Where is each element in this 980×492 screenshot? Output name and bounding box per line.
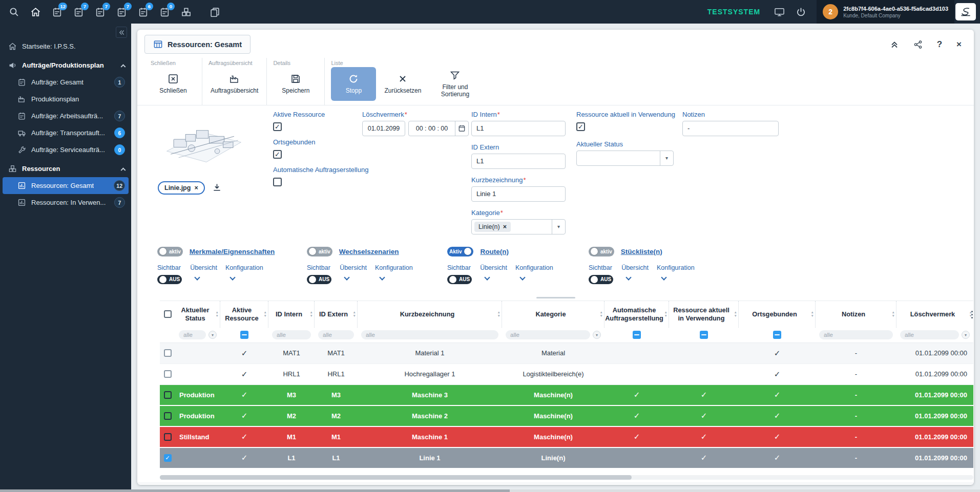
- sort-icon[interactable]: ▲▼: [734, 310, 737, 318]
- sidebar-item-produktionsplan[interactable]: Produktionsplan: [0, 91, 131, 108]
- column-header-ortsgebunden[interactable]: Ortsgebunden▲▼: [739, 301, 816, 328]
- table-row-m2[interactable]: Produktion ✓ M2 M2 Maschine 2 Maschine(n…: [160, 406, 973, 427]
- kategorie-multiselect[interactable]: Linie(n) × ▾: [471, 219, 566, 234]
- reset-button[interactable]: Zurücksetzen: [380, 67, 425, 101]
- filter-input-notizen[interactable]: [819, 330, 893, 339]
- table-row-m3[interactable]: Produktion ✓ M3 M3 Maschine 3 Maschine(n…: [160, 385, 973, 406]
- kurzbezeichnung-input[interactable]: [471, 186, 566, 202]
- column-header-id-intern[interactable]: ID Intern▲▼: [268, 301, 315, 328]
- chevron-down-icon[interactable]: [661, 274, 666, 280]
- section-link-wechselszenarien[interactable]: Wechselszenarien: [339, 248, 399, 255]
- sort-icon[interactable]: ▲▼: [216, 310, 219, 318]
- filter-input-id-intern[interactable]: [272, 330, 311, 339]
- id-extern-input[interactable]: [471, 154, 566, 169]
- sidebar-item-startseite[interactable]: Startseite: I.P.S.S.: [0, 38, 131, 55]
- filter-dropdown-icon[interactable]: ▾: [962, 331, 970, 339]
- sichtbar-toggle[interactable]: AUS: [589, 275, 613, 284]
- topbar-nav-icon-3[interactable]: 7: [93, 5, 107, 18]
- chevron-down-icon[interactable]: [230, 274, 235, 280]
- row-checkbox[interactable]: [164, 370, 172, 378]
- filter-checkbox-verwendung[interactable]: [700, 331, 708, 339]
- automatische-auftragserstellung-checkbox[interactable]: [273, 178, 282, 186]
- filter-input-id-extern[interactable]: [318, 330, 354, 339]
- panel-splitter-handle[interactable]: [536, 297, 575, 298]
- sichtbar-toggle[interactable]: AUS: [157, 275, 182, 284]
- section-link-stueckliste[interactable]: Stückliste(n): [621, 248, 662, 255]
- section-link-routen[interactable]: Route(n): [480, 248, 508, 255]
- column-header-verwendung[interactable]: Ressource aktuell in Verwendung▲▼: [669, 301, 739, 328]
- topbar-nav-icon-4[interactable]: 7: [115, 5, 128, 18]
- home-icon[interactable]: [29, 5, 42, 18]
- kategorie-chip[interactable]: Linie(n) ×: [474, 222, 511, 232]
- help-icon[interactable]: ?: [937, 40, 942, 49]
- scrollbar-thumb[interactable]: [0, 489, 510, 492]
- topbar-nav-icon-6[interactable]: 0: [158, 5, 171, 18]
- column-header-id-extern[interactable]: ID Extern▲▼: [315, 301, 358, 328]
- save-button[interactable]: Speichern: [273, 67, 318, 101]
- sidebar-group-auftraege[interactable]: Aufträge/Produktionsplan: [0, 57, 131, 74]
- filter-dropdown-icon[interactable]: ▾: [593, 331, 601, 339]
- auftragsuebersicht-button[interactable]: Auftragsübersicht: [208, 67, 260, 101]
- filter-checkbox-auto[interactable]: [633, 331, 641, 339]
- stop-refresh-button[interactable]: Stopp: [331, 67, 376, 101]
- ortsgebunden-checkbox[interactable]: ✓: [273, 150, 282, 159]
- sidebar-item-ressourcen-gesamt[interactable]: Ressourcen: Gesamt 12: [3, 177, 129, 194]
- sichtbar-toggle[interactable]: AUS: [307, 275, 331, 284]
- chevron-down-icon[interactable]: [625, 274, 631, 280]
- section-link-merkmale[interactable]: Merkmale/Eignenschaften: [190, 248, 275, 255]
- sidebar-collapse-button[interactable]: [116, 27, 127, 38]
- scrollbar-thumb[interactable]: [160, 475, 632, 480]
- sort-icon[interactable]: ▲▼: [600, 310, 603, 318]
- search-icon[interactable]: [7, 5, 20, 18]
- select-all-checkbox[interactable]: [164, 310, 172, 318]
- column-header-notizen[interactable]: Notizen▲▼: [816, 301, 896, 328]
- table-row-l1-selected[interactable]: ✓ ✓ L1 L1 Linie 1 Linie(n) ✓ ✓ - 01.01.2…: [160, 448, 973, 469]
- monitor-icon[interactable]: [773, 5, 786, 18]
- loeschvermerk-date-input[interactable]: 01.01.2099: [362, 121, 405, 136]
- windows-icon[interactable]: [208, 5, 221, 18]
- chevron-down-icon[interactable]: [484, 274, 490, 280]
- remove-file-icon[interactable]: ×: [194, 184, 198, 191]
- sort-icon[interactable]: ▲▼: [353, 310, 356, 318]
- sort-icon[interactable]: ▲▼: [892, 310, 895, 318]
- section-toggle[interactable]: Aktiv: [447, 247, 473, 256]
- table-row-m1[interactable]: Stillstand ✓ M1 M1 Maschine 1 Maschine(n…: [160, 427, 973, 448]
- sichtbar-toggle[interactable]: AUS: [447, 275, 472, 284]
- column-header-auto[interactable]: Automatische Auftragserstellung▲▼: [604, 301, 669, 328]
- chevron-down-icon[interactable]: [379, 274, 385, 280]
- sidebar-item-auftraege-gesamt[interactable]: Aufträge: Gesamt 1: [0, 74, 131, 91]
- chevron-down-icon[interactable]: ▾: [660, 151, 673, 165]
- filter-checkbox-aktive[interactable]: [240, 331, 248, 339]
- topbar-nav-icon-1[interactable]: 12: [50, 5, 64, 18]
- chevron-down-icon[interactable]: [519, 274, 525, 280]
- filter-input-loeschvermerk[interactable]: [900, 330, 959, 339]
- download-icon[interactable]: [212, 183, 222, 192]
- user-menu[interactable]: 2 2fc8b7f4-606a-4ae0-a536-f5a6cad3d103 K…: [817, 0, 954, 24]
- share-icon[interactable]: [913, 40, 923, 49]
- row-checkbox[interactable]: [164, 391, 172, 399]
- filter-sort-button[interactable]: Filter und Sortierung: [429, 67, 481, 101]
- calendar-icon[interactable]: [455, 121, 468, 136]
- sort-icon[interactable]: ▲▼: [969, 310, 972, 318]
- column-header-kategorie[interactable]: Kategorie▲▼: [502, 301, 604, 328]
- in-verwendung-checkbox[interactable]: ✓: [576, 122, 585, 131]
- filter-input-kategorie[interactable]: [506, 330, 590, 339]
- row-checkbox[interactable]: [164, 349, 172, 357]
- column-header-kurzbezeichnung[interactable]: Kurzbezeichnung▲▼: [358, 301, 502, 328]
- sidebar-item-arbeitsauftraege[interactable]: Aufträge: Arbeitsaufträ... 7: [0, 108, 131, 124]
- section-toggle[interactable]: aktiv: [157, 247, 183, 256]
- boxes-icon[interactable]: [179, 5, 193, 18]
- row-checkbox[interactable]: [164, 433, 172, 441]
- loeschvermerk-time-input[interactable]: 00 : 00 : 00: [408, 121, 469, 136]
- filter-dropdown-icon[interactable]: ▾: [208, 331, 217, 339]
- collapse-panel-icon[interactable]: [890, 40, 899, 49]
- sort-icon[interactable]: ▲▼: [310, 310, 313, 318]
- notizen-input[interactable]: [682, 121, 779, 136]
- sort-icon[interactable]: ▲▼: [811, 310, 814, 318]
- filter-input-status[interactable]: [179, 330, 206, 339]
- sidebar-item-transportauftraege[interactable]: Aufträge: Transportauft... 6: [0, 124, 131, 141]
- row-checkbox[interactable]: [164, 412, 172, 420]
- page-horizontal-scrollbar[interactable]: [0, 489, 980, 492]
- power-icon[interactable]: [794, 5, 807, 18]
- sidebar-group-ressourcen[interactable]: Ressourcen: [0, 160, 131, 177]
